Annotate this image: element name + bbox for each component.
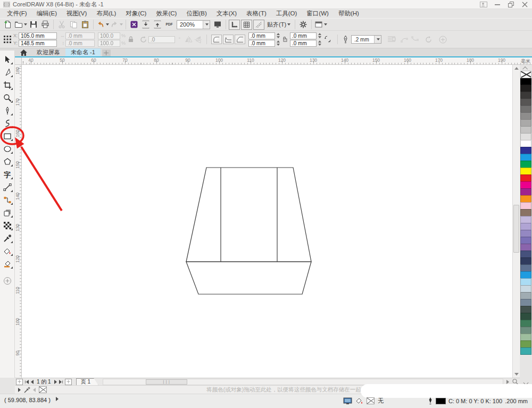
statusbar-expand-button[interactable] — [56, 397, 59, 401]
first-page-button[interactable] — [25, 380, 29, 384]
menu-item-bitmaps[interactable]: 位图(B) — [181, 10, 211, 18]
palette-swatch[interactable] — [520, 257, 531, 265]
menu-item-object[interactable]: 对象(C) — [121, 10, 151, 18]
palette-swatch[interactable] — [520, 237, 531, 244]
radius-br-stepper[interactable] — [318, 40, 321, 46]
palette-swatch[interactable] — [520, 188, 531, 196]
snap-dropdown-arrow[interactable] — [287, 23, 290, 26]
scroll-up-arrow[interactable] — [513, 65, 520, 72]
restore-button[interactable] — [508, 2, 514, 7]
last-page-button[interactable] — [59, 380, 63, 384]
palette-swatch[interactable] — [520, 216, 531, 223]
palette-swatch[interactable] — [520, 264, 531, 272]
palette-swatch[interactable] — [520, 209, 531, 217]
display-color-icon[interactable] — [343, 397, 352, 405]
palette-swatch[interactable] — [520, 306, 531, 313]
palette-swatch[interactable] — [520, 119, 531, 127]
zoom-dropdown-button[interactable] — [203, 21, 210, 29]
outline-color-swatch[interactable] — [436, 398, 446, 404]
zoom-level-value[interactable]: 200% — [177, 21, 203, 28]
palette-swatch[interactable] — [520, 91, 531, 99]
outline-pen-status-icon[interactable] — [428, 397, 433, 405]
horizontal-ruler[interactable]: 4050607080901001101201301401501601701801… — [22, 57, 532, 64]
zoom-level-combo[interactable]: 200% — [177, 20, 210, 29]
object-height-field[interactable] — [65, 40, 95, 47]
save-button[interactable] — [28, 19, 39, 30]
open-button[interactable] — [14, 19, 27, 30]
corner-radius-tr-field[interactable] — [290, 32, 317, 39]
pick-tool[interactable] — [1, 54, 14, 65]
outline-width-combo[interactable]: .2 mm — [351, 35, 381, 44]
minimize-button[interactable] — [495, 2, 501, 7]
polygon-tool[interactable] — [1, 156, 14, 168]
show-grid-toggle[interactable] — [241, 20, 252, 30]
color-eyedropper-tool[interactable] — [1, 232, 14, 244]
ellipse-tool[interactable] — [1, 143, 14, 155]
palette-swatch[interactable] — [520, 168, 531, 175]
show-guidelines-toggle[interactable] — [253, 20, 264, 30]
new-document-tab-button[interactable] — [102, 49, 111, 56]
radius-tr-stepper[interactable] — [318, 33, 321, 38]
snap-to-button[interactable]: 贴齐(T) — [265, 21, 293, 29]
palette-swatch[interactable] — [520, 327, 531, 334]
menu-item-text[interactable]: 文本(X) — [212, 10, 242, 18]
palette-swatch[interactable] — [520, 112, 531, 120]
palette-swatch[interactable] — [520, 147, 531, 154]
menu-item-effects[interactable]: 效果(C) — [151, 10, 181, 18]
open-dropdown-arrow[interactable] — [24, 23, 27, 26]
add-page-after-button[interactable] — [65, 379, 72, 385]
palette-swatch[interactable] — [520, 133, 531, 140]
object-width-field[interactable] — [65, 32, 95, 39]
undo-dropdown-arrow[interactable] — [106, 23, 109, 26]
scroll-down-arrow[interactable] — [513, 371, 520, 378]
vertical-scrollbar[interactable] — [512, 65, 520, 378]
ruler-origin-corner[interactable] — [15, 57, 22, 64]
palette-swatch[interactable] — [520, 285, 531, 293]
welcome-screen-tab[interactable]: 欢迎屏幕 — [31, 48, 65, 56]
menu-item-view[interactable]: 视图(V) — [62, 10, 92, 18]
previous-page-button[interactable] — [31, 380, 34, 384]
palette-swatch[interactable] — [520, 230, 531, 237]
rotation-angle-field[interactable] — [148, 36, 175, 43]
menu-item-file[interactable]: 文件(F) — [2, 10, 32, 18]
palette-swatch[interactable] — [520, 98, 531, 106]
drop-shadow-tool[interactable] — [1, 207, 14, 219]
interactive-fill-tool[interactable] — [1, 245, 14, 257]
no-color-swatch[interactable] — [520, 71, 531, 78]
drawing-canvas[interactable] — [22, 65, 512, 378]
crop-tool[interactable] — [1, 79, 14, 91]
edit-corners-together-icon[interactable] — [281, 36, 288, 44]
palette-swatch[interactable] — [520, 161, 531, 168]
export-button[interactable] — [152, 19, 163, 30]
text-tool[interactable]: 字 — [1, 169, 14, 180]
launcher-dropdown-arrow[interactable] — [324, 23, 327, 26]
document-no-color-swatch[interactable] — [39, 386, 47, 393]
palette-swatch[interactable] — [520, 313, 531, 320]
vertical-scroll-thumb[interactable] — [513, 205, 519, 253]
palette-swatch[interactable] — [520, 140, 531, 147]
round-corner-button[interactable] — [211, 35, 222, 44]
scroll-right-arrow[interactable] — [506, 380, 509, 384]
pen-tool[interactable] — [1, 105, 14, 116]
fullscreen-preview-button[interactable] — [212, 19, 223, 30]
palette-swatch[interactable] — [520, 174, 531, 182]
corner-radius-tl-field[interactable] — [248, 32, 275, 39]
palette-swatch[interactable] — [520, 320, 531, 327]
add-page-before-button[interactable] — [16, 379, 23, 385]
home-tab-button[interactable] — [16, 48, 31, 56]
corner-radius-bl-field[interactable] — [248, 40, 275, 47]
next-page-button[interactable] — [54, 380, 57, 384]
menu-item-edit[interactable]: 编辑(E) — [32, 10, 62, 18]
palette-swatch[interactable] — [520, 181, 531, 189]
object-x-position-field[interactable] — [19, 32, 57, 39]
palette-swatch[interactable] — [520, 105, 531, 113]
fill-color-icon[interactable] — [355, 397, 363, 405]
customize-toolbox-button[interactable] — [1, 275, 14, 287]
palette-swatch[interactable] — [520, 299, 531, 306]
scale-x-field[interactable] — [98, 32, 120, 39]
palette-swatch[interactable] — [520, 251, 531, 258]
print-button[interactable] — [40, 19, 51, 30]
transparency-tool[interactable] — [1, 220, 14, 231]
document-palette-flyout-button[interactable] — [18, 388, 21, 392]
palette-swatch[interactable] — [520, 195, 531, 203]
